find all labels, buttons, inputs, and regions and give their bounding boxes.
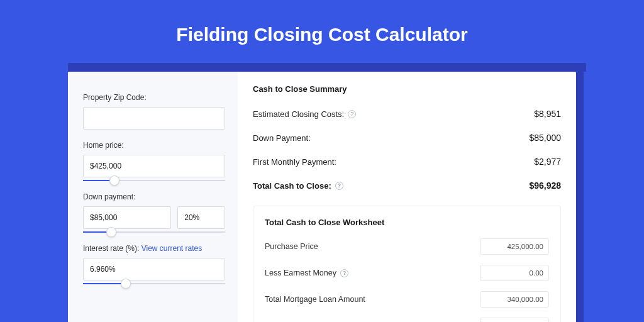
interest-rate-label: Interest rate (%): View current rates — [83, 244, 225, 253]
worksheet-input[interactable] — [480, 238, 549, 255]
worksheet-row: Purchase Price — [265, 238, 549, 255]
down-payment-input[interactable] — [83, 206, 171, 229]
zip-input[interactable] — [83, 107, 225, 130]
summary-value: $8,951 — [534, 109, 561, 119]
home-price-slider[interactable] — [83, 180, 225, 181]
down-payment-label: Down payment: — [83, 192, 225, 201]
summary-label-text: Down Payment: — [253, 133, 311, 143]
summary-label-text: Estimated Closing Costs: — [253, 109, 344, 119]
worksheet-input[interactable] — [480, 265, 549, 281]
home-price-field: Home price: — [83, 141, 225, 181]
zip-field: Property Zip Code: — [83, 93, 225, 130]
worksheet-label: Total Mortgage Loan Amount — [265, 295, 365, 304]
worksheet-label: Purchase Price — [265, 242, 318, 251]
summary-total-value: $96,928 — [529, 180, 561, 191]
down-payment-inputs — [83, 206, 225, 229]
home-price-input[interactable] — [83, 155, 225, 177]
worksheet-row: Total Second Mortgage Amount — [265, 318, 549, 322]
summary-label-text: Total Cash to Close: — [253, 181, 331, 191]
worksheet-input[interactable] — [480, 291, 549, 308]
summary-row: Estimated Closing Costs: ? $8,951 — [253, 104, 561, 128]
inputs-panel: Property Zip Code: Home price: Down paym… — [68, 72, 238, 322]
help-icon[interactable]: ? — [335, 182, 343, 190]
down-payment-slider[interactable] — [83, 231, 225, 233]
worksheet-title: Total Cash to Close Worksheet — [265, 218, 549, 227]
slider-fill — [83, 283, 126, 284]
worksheet-label-text: Total Mortgage Loan Amount — [265, 295, 365, 304]
summary-total-row: Total Cash to Close: ? $96,928 — [253, 175, 561, 199]
summary-total-label: Total Cash to Close: ? — [253, 181, 343, 191]
summary-value: $2,977 — [534, 157, 561, 167]
page-title: Fielding Closing Cost Calculator — [0, 0, 644, 63]
summary-label: First Monthly Payment: — [253, 157, 336, 167]
summary-label-text: First Monthly Payment: — [253, 157, 336, 167]
interest-rate-input[interactable] — [83, 258, 225, 280]
interest-rate-field: Interest rate (%): View current rates — [83, 244, 225, 284]
results-panel: Cash to Close Summary Estimated Closing … — [238, 72, 576, 322]
worksheet-row: Total Mortgage Loan Amount — [265, 291, 549, 308]
down-payment-field: Down payment: — [83, 192, 225, 233]
summary-value: $85,000 — [529, 133, 561, 143]
summary-label: Down Payment: — [253, 133, 311, 143]
home-price-label: Home price: — [83, 141, 225, 150]
worksheet-input[interactable] — [480, 318, 549, 322]
worksheet-label-text: Purchase Price — [265, 242, 318, 251]
card-top-accent — [68, 63, 586, 72]
view-rates-link[interactable]: View current rates — [142, 244, 203, 253]
slider-thumb[interactable] — [109, 175, 119, 186]
interest-rate-label-text: Interest rate (%): — [83, 244, 139, 253]
calculator-card: Property Zip Code: Home price: Down paym… — [68, 72, 576, 322]
worksheet-row: Less Earnest Money ? — [265, 265, 549, 281]
worksheet-label: Less Earnest Money ? — [265, 269, 348, 277]
summary-title: Cash to Close Summary — [253, 84, 561, 94]
down-payment-pct-input[interactable] — [177, 206, 225, 229]
slider-thumb[interactable] — [121, 279, 131, 289]
summary-label: Estimated Closing Costs: ? — [253, 109, 356, 119]
slider-thumb[interactable] — [106, 227, 116, 237]
interest-rate-slider[interactable] — [83, 283, 225, 284]
worksheet-panel: Total Cash to Close Worksheet Purchase P… — [253, 206, 561, 322]
help-icon[interactable]: ? — [340, 269, 348, 277]
summary-row: First Monthly Payment: $2,977 — [253, 152, 561, 175]
summary-row: Down Payment: $85,000 — [253, 128, 561, 152]
help-icon[interactable]: ? — [348, 110, 356, 118]
worksheet-label-text: Less Earnest Money — [265, 269, 336, 277]
zip-label: Property Zip Code: — [83, 93, 225, 102]
